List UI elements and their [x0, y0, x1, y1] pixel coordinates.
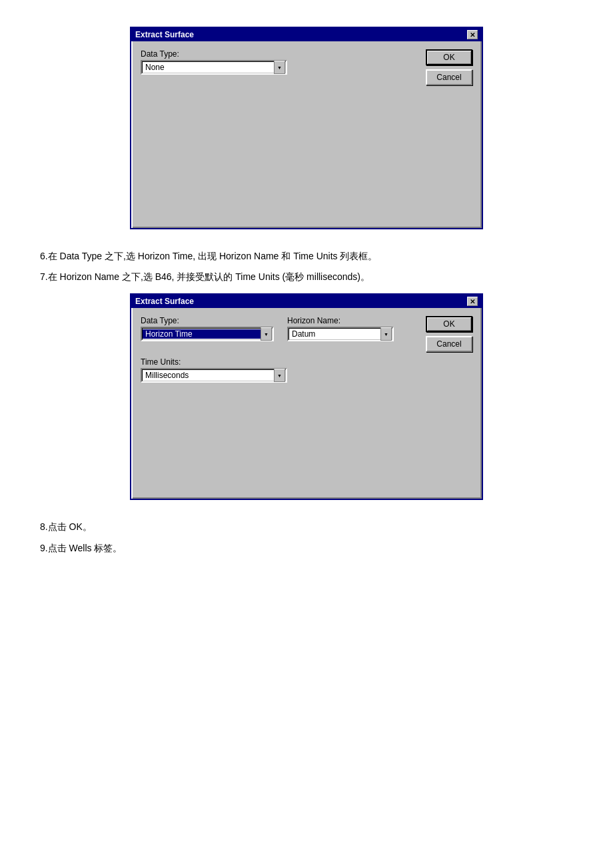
dialog-buttons-2: OK Cancel — [426, 316, 472, 383]
horizon-name-label-2: Horizon Name: — [287, 316, 394, 325]
close-button-1[interactable]: ✕ — [467, 30, 478, 39]
data-type-dropdown-btn-1[interactable] — [274, 61, 285, 74]
horizon-name-value-2: Datum — [289, 329, 380, 339]
time-units-value-2: Milliseconds — [143, 371, 274, 380]
data-type-select-1[interactable]: None — [141, 60, 287, 75]
instruction-8: 8.点击 OK。 — [40, 519, 573, 535]
ok-button-1[interactable]: OK — [426, 49, 472, 65]
time-units-label-2: Time Units: — [141, 357, 412, 367]
instruction-9: 9.点击 Wells 标签。 — [40, 540, 573, 557]
dialog-title-2: Extract Surface — [135, 297, 194, 306]
dialog-extract-surface-1: Extract Surface ✕ Data Type: None — [130, 27, 483, 229]
instruction-6: 6.在 Data Type 之下,选 Horizon Time, 出现 Hori… — [40, 248, 573, 265]
data-type-value-1: None — [143, 63, 274, 72]
dialog-titlebar-2: Extract Surface ✕ — [131, 295, 482, 308]
time-units-select-2[interactable]: Milliseconds — [141, 368, 287, 383]
horizon-name-dropdown-btn-2[interactable] — [380, 327, 392, 341]
data-type-select-2[interactable]: Horizon Time — [141, 327, 274, 341]
horizon-name-select-2[interactable]: Datum — [287, 327, 394, 341]
data-type-dropdown-btn-2[interactable] — [261, 327, 272, 341]
data-type-value-2: Horizon Time — [143, 329, 261, 339]
dialog-titlebar-1: Extract Surface ✕ — [131, 28, 482, 41]
dialog-title-1: Extract Surface — [135, 30, 194, 39]
cancel-button-2[interactable]: Cancel — [426, 336, 472, 352]
time-units-dropdown-btn-2[interactable] — [274, 369, 285, 382]
cancel-button-1[interactable]: Cancel — [426, 69, 472, 85]
data-type-label-2: Data Type: — [141, 316, 274, 325]
data-type-label-1: Data Type: — [141, 49, 412, 59]
dialog-buttons-1: OK Cancel — [426, 49, 472, 85]
dialog-extract-surface-2: Extract Surface ✕ Data Type: Horizon Tim… — [130, 293, 483, 500]
ok-button-2[interactable]: OK — [426, 316, 472, 332]
instruction-7: 7.在 Horizon Name 之下,选 B46, 并接受默认的 Time U… — [40, 269, 573, 285]
close-button-2[interactable]: ✕ — [467, 297, 478, 306]
